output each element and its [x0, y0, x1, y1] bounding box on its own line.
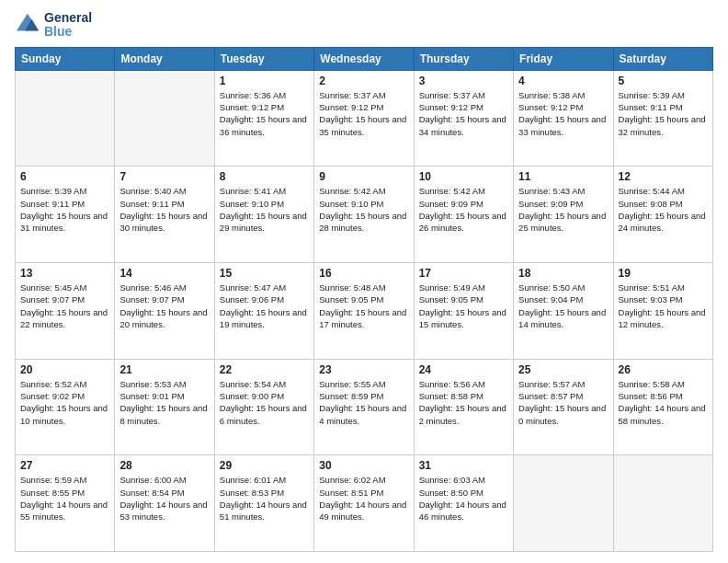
- calendar-cell: [16, 70, 115, 167]
- day-info: Sunrise: 5:50 AMSunset: 9:04 PMDaylight:…: [518, 282, 608, 330]
- calendar-cell: 23Sunrise: 5:55 AMSunset: 8:59 PMDayligh…: [314, 359, 414, 455]
- day-number: 13: [20, 267, 109, 280]
- day-info: Sunrise: 5:45 AMSunset: 9:07 PMDaylight:…: [20, 282, 109, 330]
- day-number: 28: [119, 459, 209, 472]
- calendar-cell: 10Sunrise: 5:42 AMSunset: 9:09 PMDayligh…: [414, 167, 513, 263]
- calendar-cell: 22Sunrise: 5:54 AMSunset: 9:00 PMDayligh…: [214, 359, 313, 455]
- day-number: 23: [319, 363, 408, 376]
- day-info: Sunrise: 5:46 AMSunset: 9:07 PMDaylight:…: [119, 282, 209, 330]
- day-number: 27: [20, 459, 109, 472]
- day-number: 8: [220, 170, 309, 183]
- day-number: 31: [419, 459, 508, 472]
- day-number: 15: [220, 267, 309, 280]
- calendar-week-row: 1Sunrise: 5:36 AMSunset: 9:12 PMDaylight…: [16, 70, 713, 167]
- calendar-cell: 13Sunrise: 5:45 AMSunset: 9:07 PMDayligh…: [16, 263, 115, 360]
- weekday-header: Friday: [514, 47, 613, 70]
- day-info: Sunrise: 5:39 AMSunset: 9:11 PMDaylight:…: [20, 185, 109, 234]
- day-info: Sunrise: 5:52 AMSunset: 9:02 PMDaylight:…: [20, 378, 109, 427]
- calendar-week-row: 13Sunrise: 5:45 AMSunset: 9:07 PMDayligh…: [16, 263, 713, 360]
- day-info: Sunrise: 6:02 AMSunset: 8:51 PMDaylight:…: [319, 474, 408, 523]
- calendar-cell: 14Sunrise: 5:46 AMSunset: 9:07 PMDayligh…: [115, 263, 214, 360]
- calendar-week-row: 27Sunrise: 5:59 AMSunset: 8:55 PMDayligh…: [16, 455, 713, 552]
- day-info: Sunrise: 5:42 AMSunset: 9:09 PMDaylight:…: [419, 185, 508, 234]
- day-info: Sunrise: 5:56 AMSunset: 8:58 PMDaylight:…: [419, 378, 508, 427]
- day-number: 2: [319, 75, 408, 87]
- calendar-cell: 15Sunrise: 5:47 AMSunset: 9:06 PMDayligh…: [214, 263, 313, 360]
- day-info: Sunrise: 6:00 AMSunset: 8:54 PMDaylight:…: [119, 474, 209, 523]
- day-info: Sunrise: 5:53 AMSunset: 9:01 PMDaylight:…: [119, 378, 209, 427]
- day-number: 10: [419, 170, 508, 183]
- day-info: Sunrise: 5:37 AMSunset: 9:12 PMDaylight:…: [419, 89, 508, 138]
- day-number: 22: [220, 363, 309, 376]
- day-number: 4: [518, 75, 608, 87]
- logo-text: General Blue: [44, 11, 92, 40]
- calendar-cell: [115, 70, 214, 167]
- weekday-header: Wednesday: [314, 47, 414, 70]
- calendar-cell: 1Sunrise: 5:36 AMSunset: 9:12 PMDaylight…: [214, 70, 313, 167]
- day-number: 14: [119, 267, 209, 280]
- day-info: Sunrise: 5:44 AMSunset: 9:08 PMDaylight:…: [619, 185, 708, 234]
- day-info: Sunrise: 5:43 AMSunset: 9:09 PMDaylight:…: [518, 185, 608, 234]
- day-number: 12: [619, 170, 708, 183]
- calendar-cell: 25Sunrise: 5:57 AMSunset: 8:57 PMDayligh…: [514, 359, 613, 455]
- day-number: 26: [619, 363, 708, 376]
- weekday-header: Sunday: [16, 47, 115, 70]
- calendar-cell: 27Sunrise: 5:59 AMSunset: 8:55 PMDayligh…: [16, 455, 115, 552]
- calendar-cell: 5Sunrise: 5:39 AMSunset: 9:11 PMDaylight…: [613, 70, 712, 167]
- day-info: Sunrise: 5:54 AMSunset: 9:00 PMDaylight:…: [220, 378, 309, 427]
- calendar-cell: 16Sunrise: 5:48 AMSunset: 9:05 PMDayligh…: [314, 263, 414, 360]
- calendar-cell: 12Sunrise: 5:44 AMSunset: 9:08 PMDayligh…: [613, 167, 712, 263]
- day-number: 11: [518, 170, 608, 183]
- day-info: Sunrise: 5:59 AMSunset: 8:55 PMDaylight:…: [20, 474, 109, 523]
- calendar-cell: 18Sunrise: 5:50 AMSunset: 9:04 PMDayligh…: [514, 263, 613, 360]
- day-number: 5: [619, 75, 708, 87]
- day-info: Sunrise: 5:48 AMSunset: 9:05 PMDaylight:…: [319, 282, 408, 330]
- day-info: Sunrise: 5:55 AMSunset: 8:59 PMDaylight:…: [319, 378, 408, 427]
- weekday-header: Saturday: [613, 47, 712, 70]
- header: General Blue: [15, 11, 713, 40]
- day-info: Sunrise: 5:36 AMSunset: 9:12 PMDaylight:…: [220, 89, 309, 138]
- calendar-cell: 29Sunrise: 6:01 AMSunset: 8:53 PMDayligh…: [214, 455, 313, 552]
- day-info: Sunrise: 5:37 AMSunset: 9:12 PMDaylight:…: [319, 89, 408, 138]
- day-info: Sunrise: 5:40 AMSunset: 9:11 PMDaylight:…: [119, 185, 209, 234]
- weekday-header: Monday: [115, 47, 214, 70]
- calendar-cell: 4Sunrise: 5:38 AMSunset: 9:12 PMDaylight…: [514, 70, 613, 167]
- calendar-cell: [514, 455, 613, 552]
- calendar-cell: 11Sunrise: 5:43 AMSunset: 9:09 PMDayligh…: [514, 167, 613, 263]
- calendar-cell: 19Sunrise: 5:51 AMSunset: 9:03 PMDayligh…: [613, 263, 712, 360]
- calendar-cell: 26Sunrise: 5:58 AMSunset: 8:56 PMDayligh…: [613, 359, 712, 455]
- day-number: 6: [20, 170, 109, 183]
- day-info: Sunrise: 5:38 AMSunset: 9:12 PMDaylight:…: [518, 89, 608, 138]
- calendar-cell: 6Sunrise: 5:39 AMSunset: 9:11 PMDaylight…: [16, 167, 115, 263]
- day-info: Sunrise: 5:41 AMSunset: 9:10 PMDaylight:…: [220, 185, 309, 234]
- day-info: Sunrise: 5:57 AMSunset: 8:57 PMDaylight:…: [518, 378, 608, 427]
- day-number: 20: [20, 363, 109, 376]
- day-info: Sunrise: 5:42 AMSunset: 9:10 PMDaylight:…: [319, 185, 408, 234]
- calendar-cell: 7Sunrise: 5:40 AMSunset: 9:11 PMDaylight…: [115, 167, 214, 263]
- logo-icon: [15, 12, 40, 38]
- calendar-cell: 31Sunrise: 6:03 AMSunset: 8:50 PMDayligh…: [414, 455, 513, 552]
- day-number: 1: [220, 75, 309, 87]
- calendar-cell: 2Sunrise: 5:37 AMSunset: 9:12 PMDaylight…: [314, 70, 414, 167]
- day-info: Sunrise: 5:47 AMSunset: 9:06 PMDaylight:…: [220, 282, 309, 330]
- calendar-cell: 24Sunrise: 5:56 AMSunset: 8:58 PMDayligh…: [414, 359, 513, 455]
- day-number: 18: [518, 267, 608, 280]
- day-info: Sunrise: 5:39 AMSunset: 9:11 PMDaylight:…: [619, 89, 708, 138]
- day-info: Sunrise: 6:03 AMSunset: 8:50 PMDaylight:…: [419, 474, 508, 523]
- day-info: Sunrise: 5:58 AMSunset: 8:56 PMDaylight:…: [619, 378, 708, 427]
- day-info: Sunrise: 5:49 AMSunset: 9:05 PMDaylight:…: [419, 282, 508, 330]
- calendar-cell: [613, 455, 712, 552]
- calendar-cell: 21Sunrise: 5:53 AMSunset: 9:01 PMDayligh…: [115, 359, 214, 455]
- calendar-cell: 8Sunrise: 5:41 AMSunset: 9:10 PMDaylight…: [214, 167, 313, 263]
- day-number: 7: [119, 170, 209, 183]
- logo: General Blue: [15, 11, 92, 40]
- day-number: 16: [319, 267, 408, 280]
- day-number: 9: [319, 170, 408, 183]
- day-number: 24: [419, 363, 508, 376]
- weekday-header: Tuesday: [214, 47, 313, 70]
- calendar-week-row: 20Sunrise: 5:52 AMSunset: 9:02 PMDayligh…: [16, 359, 713, 455]
- calendar-header-row: SundayMondayTuesdayWednesdayThursdayFrid…: [16, 47, 713, 70]
- day-number: 3: [419, 75, 508, 87]
- calendar-cell: 3Sunrise: 5:37 AMSunset: 9:12 PMDaylight…: [414, 70, 513, 167]
- day-info: Sunrise: 6:01 AMSunset: 8:53 PMDaylight:…: [220, 474, 309, 523]
